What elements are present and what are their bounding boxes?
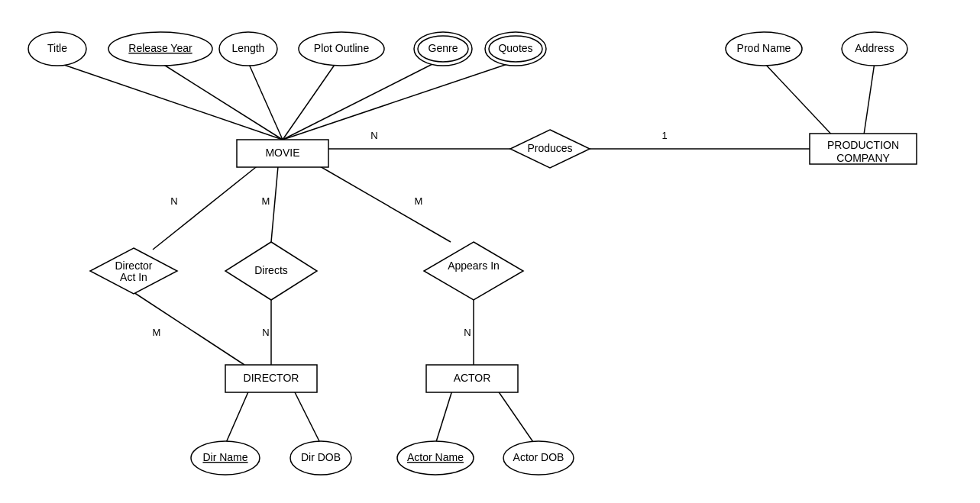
svg-line-5 (283, 63, 512, 140)
attribute-genre-label: Genre (429, 42, 458, 54)
svg-line-0 (57, 63, 283, 140)
cardinality-n-appears-actor: N (464, 327, 471, 338)
er-diagram: N 1 N M M M N N MOVIE DIRECTOR ACTOR PRO… (0, 0, 980, 503)
svg-line-13 (134, 292, 244, 365)
attribute-quotes-label: Quotes (498, 42, 532, 54)
attribute-actor-dob-label: Actor DOB (513, 451, 564, 463)
relationship-director-act-in-label-1: Director (115, 260, 152, 272)
cardinality-m-appears-movie: M (415, 195, 423, 207)
attribute-address-label: Address (855, 42, 894, 54)
attribute-release-year-label: Release Year (128, 42, 192, 54)
entity-production-company-label-2: COMPANY (836, 152, 890, 164)
svg-line-8 (764, 63, 836, 140)
attribute-title-label: Title (47, 42, 67, 54)
svg-line-12 (306, 158, 451, 242)
cardinality-m-directs-movie: M (262, 195, 270, 207)
svg-line-3 (283, 63, 336, 140)
cardinality-n-movie-produces: N (370, 130, 377, 141)
attribute-prod-name-label: Prod Name (737, 42, 791, 54)
cardinality-n-director-act-in: N (170, 195, 177, 207)
entity-actor-label: ACTOR (454, 372, 491, 384)
relationship-produces-label: Produces (527, 142, 572, 154)
attribute-plot-outline-label: Plot Outline (314, 42, 370, 54)
svg-line-2 (248, 63, 283, 140)
relationship-director-act-in-label-2: Act In (120, 271, 147, 283)
attribute-dir-name-label: Dir Name (202, 451, 247, 463)
svg-line-1 (160, 63, 283, 140)
cardinality-n-directs-dir: N (262, 327, 269, 338)
svg-line-4 (283, 63, 435, 140)
cardinality-m-director-act-in-dir: M (153, 327, 161, 338)
attribute-actor-name-label: Actor Name (407, 451, 464, 463)
attribute-length-label: Length (232, 42, 265, 54)
relationship-appears-in-label-1: Appears In (448, 260, 500, 272)
attribute-dir-dob-label: Dir DOB (301, 451, 341, 463)
entity-production-company-label-1: PRODUCTION (827, 139, 899, 151)
entity-movie-label: MOVIE (265, 147, 299, 159)
cardinality-1-produces: 1 (661, 130, 667, 141)
svg-line-11 (271, 158, 279, 242)
entity-director-label: DIRECTOR (244, 372, 299, 384)
svg-line-9 (863, 63, 875, 140)
relationship-directs-label: Directs (254, 264, 288, 276)
